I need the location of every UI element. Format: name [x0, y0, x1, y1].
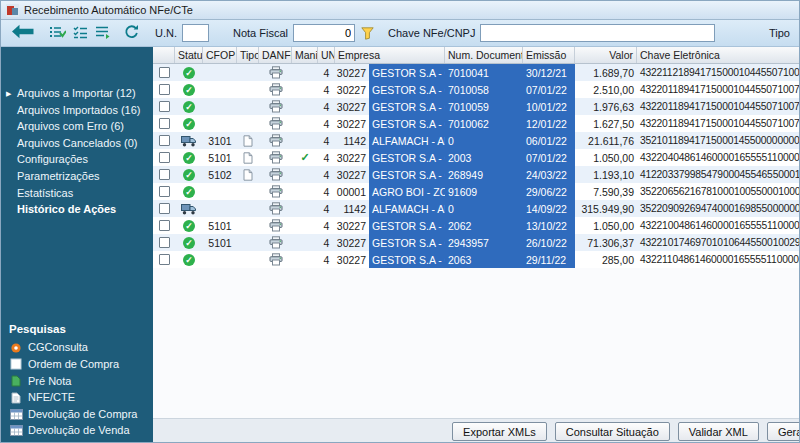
- footer-bar: Exportar XMLsConsultar SituaçãoValidar X…: [153, 418, 799, 442]
- table-row[interactable]: 41142ALFAMACH - ALFAMACH IMI014/09/22315…: [153, 200, 799, 217]
- table-row[interactable]: ✓5102430227GESTOR S.A - GESTOR S.A.26894…: [153, 166, 799, 183]
- column-header-un[interactable]: UN: [318, 47, 335, 63]
- num-documento-cell: 0: [445, 200, 523, 217]
- nota-fiscal-input[interactable]: [293, 24, 355, 42]
- table-row[interactable]: ✓430227GESTOR S.A - GESTOR S.A.701004130…: [153, 64, 799, 81]
- back-button[interactable]: [8, 23, 38, 43]
- table-row[interactable]: ✓430227GESTOR S.A - GESTOR S.A.206329/11…: [153, 251, 799, 268]
- row-select-checkbox[interactable]: [159, 152, 170, 163]
- danfe-print-icon[interactable]: [269, 236, 283, 249]
- status-ok-icon: ✓: [183, 169, 195, 181]
- empresa-cell: ALFAMACH - ALFAMACH IMI: [369, 200, 445, 217]
- row-select-checkbox[interactable]: [159, 203, 170, 214]
- pesquisas-item-nfe-cte[interactable]: NFE/CTE: [1, 389, 153, 406]
- num-documento-cell: 268949: [445, 166, 523, 183]
- column-header-danfe[interactable]: DANFE: [259, 47, 292, 63]
- column-header-emissao[interactable]: Emissão: [523, 47, 575, 63]
- row-select-checkbox[interactable]: [159, 169, 170, 180]
- sidebar-item-arquivos-cancelados-0[interactable]: Arquivos Cancelados (0): [1, 135, 153, 152]
- sidebar-item-historico-de-acoes[interactable]: Histórico de Ações: [1, 201, 153, 218]
- sidebar-item-arquivos-importados-16[interactable]: Arquivos Importados (16): [1, 102, 153, 119]
- num-documento-cell: 7010059: [445, 98, 523, 115]
- un-input[interactable]: [182, 24, 209, 42]
- danfe-print-icon[interactable]: [269, 100, 283, 113]
- row-select-checkbox[interactable]: [159, 84, 170, 95]
- pesquisas-item-pre-nota[interactable]: Pré Nota: [1, 373, 153, 390]
- uncheck-all-button[interactable]: [69, 24, 91, 43]
- pesquisas-item-ordem-de-compra[interactable]: Ordem de Compra: [1, 356, 153, 373]
- danfe-print-icon[interactable]: [269, 168, 283, 181]
- danfe-print-icon[interactable]: [269, 83, 283, 96]
- table-row[interactable]: ✓400001AGRO BOI - ZOOTEC INDUS9160929/06…: [153, 183, 799, 200]
- pesquisas-item-cgconsulta[interactable]: CGConsulta: [1, 339, 153, 356]
- column-header-empresa[interactable]: Empresa: [335, 47, 445, 63]
- column-header-cfop[interactable]: CFOP: [203, 47, 237, 63]
- pesquisas-item-devolucao-de-venda[interactable]: Devolução de Venda: [1, 422, 153, 439]
- row-select-checkbox[interactable]: [159, 254, 170, 265]
- manif-cell: [292, 251, 318, 268]
- table-row[interactable]: 310141142ALFAMACH - ALFAMACH IMI006/01/2…: [153, 132, 799, 149]
- danfe-print-icon[interactable]: [269, 219, 283, 232]
- select-cell: [153, 234, 175, 251]
- column-header-num-documento[interactable]: Num. Documento: [445, 47, 523, 63]
- pesquisas-list: CGConsultaOrdem de CompraPré NotaNFE/CTE…: [1, 339, 153, 439]
- danfe-print-icon[interactable]: [269, 66, 283, 79]
- table-row[interactable]: ✓430227GESTOR S.A - GESTOR S.A.701006212…: [153, 115, 799, 132]
- pesquisas-item-label: Ordem de Compra: [28, 356, 119, 373]
- table-row[interactable]: ✓5101✓430227GESTOR S.A - GESTOR S.A.2003…: [153, 149, 799, 166]
- pesquisas-item-label: CGConsulta: [28, 339, 88, 356]
- danfe-print-icon[interactable]: [269, 253, 283, 266]
- sidebar-item-parametrizacoes[interactable]: Parametrizações: [1, 168, 153, 185]
- table-row[interactable]: ✓430227GESTOR S.A - GESTOR S.A.701005807…: [153, 81, 799, 98]
- danfe-cell: [259, 200, 292, 217]
- footer-button-validar-xml[interactable]: Validar XML: [678, 422, 759, 441]
- un-cell: 4: [318, 64, 335, 81]
- sidebar-item-label: Arquivos Cancelados (0): [17, 137, 137, 149]
- sidebar-item-arquivos-a-importar-12[interactable]: ▶Arquivos a Importar (12): [1, 85, 153, 102]
- column-header-tipo[interactable]: Tipo: [237, 47, 259, 63]
- column-header-select[interactable]: [153, 47, 175, 63]
- column-header-valor[interactable]: Valor: [575, 47, 637, 63]
- tipo-cell: [237, 217, 259, 234]
- refresh-button[interactable]: [120, 23, 142, 43]
- empresa-codigo-cell: 30227: [335, 149, 369, 166]
- footer-button-exportar-xmls[interactable]: Exportar XMLs: [452, 422, 547, 441]
- column-header-status[interactable]: Status: [175, 47, 203, 63]
- danfe-print-icon[interactable]: [269, 134, 283, 147]
- row-select-checkbox[interactable]: [159, 237, 170, 248]
- row-select-checkbox[interactable]: [159, 118, 170, 129]
- pesquisas-item-label: Pré Nota: [28, 373, 71, 390]
- chave-input[interactable]: [480, 24, 715, 42]
- danfe-print-icon[interactable]: [269, 151, 283, 164]
- column-header-manif[interactable]: Manif.: [292, 47, 318, 63]
- footer-button-gerar[interactable]: Gerar: [767, 422, 800, 441]
- valor-cell: 1.627,50: [575, 115, 637, 132]
- cgconsulta-icon: [9, 342, 23, 354]
- danfe-print-icon[interactable]: [269, 202, 283, 215]
- manif-cell: [292, 132, 318, 149]
- pesquisas-item-devolucao-de-compra[interactable]: Devolução de Compra: [1, 406, 153, 423]
- cfop-cell: [203, 251, 237, 268]
- row-select-checkbox[interactable]: [159, 101, 170, 112]
- invert-selection-button[interactable]: [91, 24, 113, 43]
- danfe-print-icon[interactable]: [269, 117, 283, 130]
- row-select-checkbox[interactable]: [159, 135, 170, 146]
- table-row[interactable]: ✓5101430227GESTOR S.A - GESTOR S.A.29439…: [153, 234, 799, 251]
- sidebar-item-configuracoes[interactable]: Configurações: [1, 151, 153, 168]
- filter-funnel-icon[interactable]: [361, 27, 374, 40]
- sidebar-item-arquivos-com-erro-6[interactable]: Arquivos com Erro (6): [1, 118, 153, 135]
- sidebar-item-label: Parametrizações: [17, 170, 100, 182]
- footer-button-consultar-situacao[interactable]: Consultar Situação: [555, 422, 670, 441]
- table-row[interactable]: ✓430227GESTOR S.A - GESTOR S.A.701005910…: [153, 98, 799, 115]
- danfe-print-icon[interactable]: [269, 185, 283, 198]
- valor-cell: 2.510,00: [575, 81, 637, 98]
- sidebar-item-estatisticas[interactable]: Estatísticas: [1, 185, 153, 202]
- status-cell: ✓: [175, 183, 203, 200]
- row-select-checkbox[interactable]: [159, 186, 170, 197]
- column-header-chave-eletronica[interactable]: Chave Eletrônica: [637, 47, 799, 63]
- row-select-checkbox[interactable]: [159, 220, 170, 231]
- table-row[interactable]: ✓5101430227GESTOR S.A - GESTOR S.A.20621…: [153, 217, 799, 234]
- check-all-button[interactable]: [46, 24, 69, 43]
- row-select-checkbox[interactable]: [159, 67, 170, 78]
- empresa-cell: GESTOR S.A - GESTOR S.A.: [369, 115, 445, 132]
